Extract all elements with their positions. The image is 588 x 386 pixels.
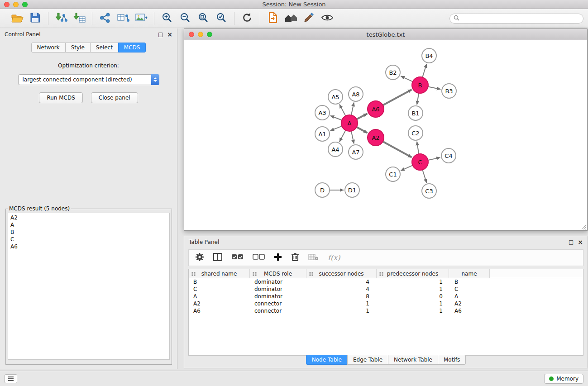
import-network-button[interactable] bbox=[96, 11, 114, 26]
zoom-selected-button[interactable] bbox=[212, 11, 230, 26]
graph-edge-A-A4[interactable] bbox=[339, 130, 346, 142]
run-mcds-button[interactable]: Run MCDS bbox=[39, 92, 82, 103]
mcds-result-item[interactable]: C bbox=[8, 236, 169, 243]
tab-style[interactable]: Style bbox=[65, 43, 91, 52]
eye-icon bbox=[321, 14, 333, 23]
tab-select[interactable]: Select bbox=[90, 43, 119, 52]
memory-button[interactable]: Memory bbox=[544, 374, 583, 384]
zoom-out-button[interactable] bbox=[176, 11, 194, 26]
open-file-button[interactable] bbox=[264, 11, 282, 26]
fx-icon: f(x) bbox=[328, 253, 340, 262]
column-header-predecessor-nodes[interactable]: predecessor nodes bbox=[377, 269, 449, 278]
save-session-button[interactable] bbox=[26, 11, 44, 26]
show-columns-button[interactable] bbox=[213, 253, 222, 262]
columns-icon bbox=[213, 253, 222, 262]
open-session-button[interactable] bbox=[8, 11, 26, 26]
resize-grip-icon[interactable] bbox=[581, 224, 587, 230]
import-network-file-button[interactable] bbox=[52, 11, 70, 26]
open-folder-icon bbox=[11, 13, 24, 24]
column-header-successor-nodes[interactable]: successor nodes bbox=[306, 269, 377, 278]
mcds-result-item[interactable]: A2 bbox=[8, 214, 169, 221]
table-row[interactable]: A6connector11A6 bbox=[189, 307, 583, 315]
refresh-button[interactable] bbox=[238, 11, 256, 26]
network-zoom-button[interactable] bbox=[207, 32, 212, 37]
graph-edge-C-C1[interactable] bbox=[401, 165, 412, 171]
zoom-in-button[interactable] bbox=[158, 11, 176, 26]
graph-node-label-A4: A4 bbox=[331, 146, 339, 153]
zoom-fit-icon bbox=[198, 12, 209, 24]
graph-edge-B-B3[interactable] bbox=[428, 87, 441, 90]
tab-network-table[interactable]: Network Table bbox=[388, 355, 438, 365]
delete-table-button[interactable] bbox=[308, 253, 319, 262]
import-table-file-button[interactable] bbox=[70, 11, 88, 26]
network-window-title: testGlobe.txt bbox=[184, 31, 587, 38]
network-close-button[interactable] bbox=[189, 32, 194, 37]
column-header-mcds-role[interactable]: MCDS role bbox=[250, 269, 306, 278]
zoom-fit-button[interactable] bbox=[194, 11, 212, 26]
network-canvas[interactable]: B4B2BB3A5A8A6A3B1AC2A1A2A4A7C4CC1DD1C3 bbox=[184, 40, 587, 230]
export-image-button[interactable] bbox=[132, 11, 150, 26]
graph-edge-C-C2[interactable] bbox=[417, 142, 419, 154]
select-all-button[interactable] bbox=[231, 254, 244, 262]
graph-node-label-A3: A3 bbox=[318, 110, 326, 116]
task-history-button[interactable] bbox=[5, 374, 17, 383]
node-table-header: shared name MCDS role successor nodes pr… bbox=[189, 269, 583, 278]
graph-edge-A-A8[interactable] bbox=[351, 103, 354, 115]
deselect-all-button[interactable] bbox=[253, 254, 265, 262]
graph-edge-A-A6[interactable] bbox=[357, 114, 368, 119]
graph-edge-A-A2[interactable] bbox=[357, 127, 368, 133]
table-row[interactable]: Bdominator41B bbox=[189, 278, 583, 286]
graph-node-label-C3: C3 bbox=[425, 188, 433, 195]
float-table-panel-icon[interactable]: □ bbox=[569, 239, 574, 245]
close-table-panel-icon[interactable]: × bbox=[578, 238, 583, 246]
table-row[interactable]: A2connector11A2 bbox=[189, 300, 583, 307]
graph-edge-B-B1[interactable] bbox=[417, 93, 419, 105]
search-input[interactable] bbox=[462, 15, 579, 22]
graph-edge-C-C4[interactable] bbox=[428, 157, 440, 160]
tab-edge-table[interactable]: Edge Table bbox=[347, 355, 388, 365]
graph-edge-B-B2[interactable] bbox=[401, 76, 412, 81]
close-panel-icon[interactable]: × bbox=[167, 31, 172, 38]
home-button[interactable] bbox=[282, 11, 300, 26]
gear-icon bbox=[195, 253, 204, 263]
add-column-button[interactable] bbox=[274, 253, 282, 262]
graph-edge-A-A3[interactable] bbox=[330, 116, 342, 120]
mcds-result-list[interactable]: A2ABCA6 bbox=[8, 213, 170, 360]
import-network-table-button[interactable] bbox=[114, 11, 132, 26]
close-window-button[interactable] bbox=[4, 2, 10, 7]
graph-edge-A-A7[interactable] bbox=[351, 131, 354, 144]
float-panel-icon[interactable]: □ bbox=[158, 31, 163, 38]
tab-mcds[interactable]: MCDS bbox=[118, 43, 146, 52]
minimize-window-button[interactable] bbox=[13, 2, 19, 7]
graph-edge-C-C3[interactable] bbox=[422, 170, 426, 183]
graph-node-label-A2: A2 bbox=[372, 134, 379, 141]
function-builder-button[interactable]: f(x) bbox=[328, 253, 340, 262]
mcds-result-item[interactable]: A bbox=[8, 221, 169, 229]
close-panel-button[interactable]: Close panel bbox=[91, 92, 138, 103]
graph-edge-A-A1[interactable] bbox=[330, 126, 342, 131]
zoom-window-button[interactable] bbox=[22, 2, 28, 7]
tab-motifs[interactable]: Motifs bbox=[438, 355, 466, 365]
column-header-shared-name[interactable]: shared name bbox=[189, 269, 250, 278]
graph-edge-A2-C[interactable] bbox=[383, 142, 412, 157]
graph-edge-A6-B[interactable] bbox=[383, 90, 412, 105]
graph-edge-B-B4[interactable] bbox=[422, 64, 426, 77]
trash-icon bbox=[291, 253, 299, 263]
optimization-criterion-select[interactable]: largest connected component (directed) bbox=[18, 74, 159, 85]
delete-column-button[interactable] bbox=[291, 253, 299, 263]
mcds-result-item[interactable]: B bbox=[8, 229, 169, 236]
table-row[interactable]: Cdominator41C bbox=[189, 286, 583, 293]
graph-edge-A-A5[interactable] bbox=[339, 105, 346, 116]
graph-node-label-C1: C1 bbox=[389, 171, 397, 178]
network-minimize-button[interactable] bbox=[198, 32, 203, 37]
column-header-name[interactable]: name bbox=[449, 269, 490, 278]
tab-network[interactable]: Network bbox=[31, 43, 66, 52]
network-window-titlebar[interactable]: testGlobe.txt bbox=[184, 29, 587, 40]
show-hide-button[interactable] bbox=[318, 11, 336, 26]
tab-node-table[interactable]: Node Table bbox=[306, 355, 348, 365]
table-row[interactable]: Adominator80A bbox=[189, 293, 583, 300]
table-settings-button[interactable] bbox=[195, 253, 204, 263]
mcds-result-item[interactable]: A6 bbox=[8, 243, 169, 250]
table-panel-header: Table Panel □ × bbox=[184, 236, 588, 248]
apply-style-button[interactable] bbox=[300, 11, 318, 26]
